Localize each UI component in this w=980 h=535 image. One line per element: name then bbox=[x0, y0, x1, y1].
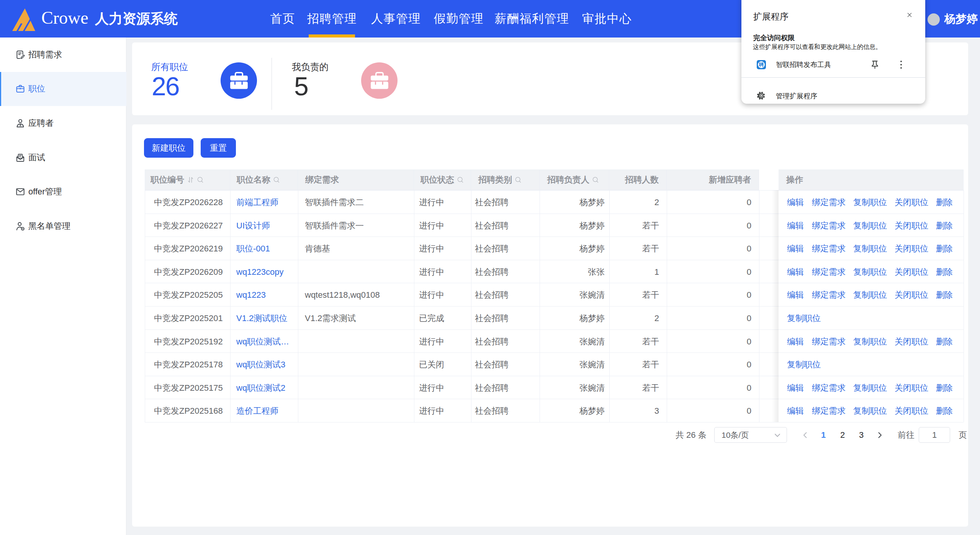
svg-text:聘: 聘 bbox=[759, 62, 764, 67]
